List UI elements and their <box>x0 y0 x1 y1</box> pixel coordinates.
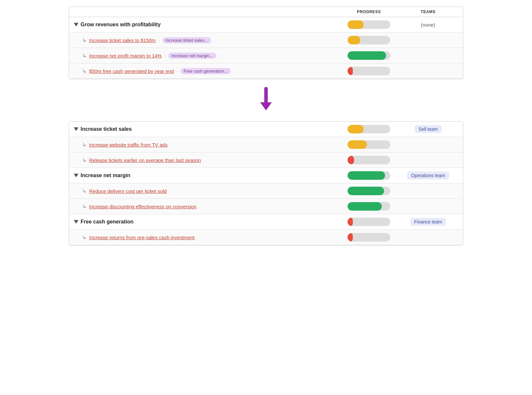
group2-progress-cell <box>339 171 399 180</box>
group2-child-2-row: ↳ Increase discounting effectiveness on … <box>69 199 463 214</box>
top-parent-progress-fill <box>348 20 364 29</box>
top-parent-progress-bar <box>348 20 390 29</box>
top-child-2-fill <box>348 51 386 60</box>
g1-indent-2: ↳ <box>82 157 86 163</box>
top-child-1-progress-bar <box>348 36 390 44</box>
top-child-3-progress-bar <box>348 67 390 75</box>
top-parent-row: Grow revenues with profitability (none) <box>69 17 463 33</box>
g2c2-fill <box>348 202 382 211</box>
group1-child-2-name: ↳ Release tickets earlier on average tha… <box>74 157 339 163</box>
top-child-2-tag: Increase net margin... <box>168 53 216 59</box>
group1-team-cell: Sell team <box>399 125 458 133</box>
top-child-2-name: ↳ Increase net profit margin to 14% · In… <box>74 53 339 59</box>
group2-child-2-link[interactable]: Increase discounting effectiveness on co… <box>89 204 197 209</box>
bullet-3: · <box>177 68 178 74</box>
indent-arrow-1: ↳ <box>82 37 86 43</box>
group2-team-cell: Operations team <box>399 172 458 179</box>
group3-progress-bar <box>348 218 390 226</box>
group2-collapse-toggle[interactable] <box>74 174 79 177</box>
group2-child-1-bar <box>348 187 390 195</box>
g2-indent-2: ↳ <box>82 203 86 210</box>
group1-progress-cell <box>339 125 399 133</box>
group3-child-1-name: ↳ Increase returns from pre-sales cash i… <box>74 234 339 241</box>
group3-fill <box>348 218 353 226</box>
group3-parent-name: Free cash generation <box>74 219 339 225</box>
group1-parent-name: Increase ticket sales <box>74 126 339 132</box>
top-child-1-fill <box>348 36 360 44</box>
top-parent-name: Grow revenues with profitability <box>74 22 339 28</box>
group1-fill <box>348 125 364 133</box>
group1-parent-label: Increase ticket sales <box>81 126 132 132</box>
group3-progress-cell <box>339 218 399 226</box>
bullet-2: · <box>164 53 166 58</box>
top-parent-label: Grow revenues with profitability <box>81 22 161 28</box>
indent-arrow-2: ↳ <box>82 53 86 59</box>
g2-indent-1: ↳ <box>82 188 86 194</box>
progress-column-header: PROGRESS <box>339 10 399 14</box>
group2-child-1-row: ↳ Reduce delivery cost per ticket sold <box>69 183 463 199</box>
group3-team-cell: Finance team <box>399 218 458 226</box>
group1-collapse-toggle[interactable] <box>74 128 79 131</box>
top-child-3-progress-cell <box>339 67 399 75</box>
group2-child-1-progress-cell <box>339 187 399 195</box>
group2-parent-label: Increase net margin <box>81 173 130 178</box>
top-parent-team-none: (none) <box>421 22 435 28</box>
group3-parent-label: Free cash generation <box>81 219 133 225</box>
group3-child-1-row: ↳ Increase returns from pre-sales cash i… <box>69 230 463 245</box>
group1-child-1-bar <box>348 140 390 149</box>
top-child-row-3: ↳ $50m free cash generated by year end ·… <box>69 63 463 79</box>
group3-child-1-link[interactable]: Increase returns from pre-sales cash inv… <box>89 235 195 240</box>
g3c1-fill <box>348 233 353 242</box>
g1c1-fill <box>348 140 367 149</box>
top-child-row-2: ↳ Increase net profit margin to 14% · In… <box>69 48 463 63</box>
group2-team-badge: Operations team <box>407 172 449 179</box>
top-child-3-link[interactable]: $50m free cash generated by year end <box>89 68 174 74</box>
top-parent-progress-cell <box>339 20 399 29</box>
purple-arrow-icon <box>256 87 276 113</box>
top-child-row-1: ↳ Increase ticket sales to $150m · Incre… <box>69 33 463 48</box>
group3-collapse-toggle[interactable] <box>74 220 79 224</box>
g3-indent-1: ↳ <box>82 234 86 241</box>
group2-parent-name: Increase net margin <box>74 173 339 178</box>
group2-parent-row: Increase net margin Operations team <box>69 168 463 183</box>
group1-child-2-row: ↳ Release tickets earlier on average tha… <box>69 152 463 168</box>
top-child-1-tag: Increase ticket sales... <box>162 37 211 43</box>
collapse-toggle[interactable] <box>74 23 79 27</box>
table-header: PROGRESS TEAMS <box>69 7 463 17</box>
group3-parent-row: Free cash generation Finance team <box>69 214 463 230</box>
arrow-section <box>69 79 463 121</box>
group1-progress-bar <box>348 125 390 133</box>
teams-column-header: TEAMS <box>399 10 458 14</box>
top-child-2-progress-cell <box>339 51 399 60</box>
top-child-1-progress-cell <box>339 36 399 44</box>
bullet-1: · <box>158 37 160 43</box>
group3-team-badge: Finance team <box>410 218 446 226</box>
top-child-1-name: ↳ Increase ticket sales to $150m · Incre… <box>74 37 339 43</box>
g1-indent-1: ↳ <box>82 142 86 148</box>
top-parent-team-cell: (none) <box>399 22 458 28</box>
group2-progress-bar <box>348 171 390 180</box>
group1-child-2-link[interactable]: Release tickets earlier on average than … <box>89 157 201 163</box>
top-child-1-link[interactable]: Increase ticket sales to $150m <box>89 37 156 43</box>
g1c2-fill <box>348 156 354 164</box>
group2-fill <box>348 171 385 180</box>
group1-child-1-row: ↳ Increase website traffic from TV ads <box>69 137 463 152</box>
group3-child-1-progress-cell <box>339 233 399 242</box>
group2-child-1-link[interactable]: Reduce delivery cost per ticket sold <box>89 188 167 194</box>
top-child-3-fill <box>348 67 353 75</box>
group2-child-1-name: ↳ Reduce delivery cost per ticket sold <box>74 188 339 194</box>
group2-child-2-progress-cell <box>339 202 399 211</box>
group1-parent-row: Increase ticket sales Sell team <box>69 122 463 137</box>
group1-team-badge: Sell team <box>415 125 442 133</box>
group1-child-2-progress-cell <box>339 156 399 164</box>
top-child-2-progress-bar <box>348 51 390 60</box>
top-child-3-tag: Free cash generation... <box>181 68 231 74</box>
group2-child-2-name: ↳ Increase discounting effectiveness on … <box>74 203 339 210</box>
indent-arrow-3: ↳ <box>82 68 86 74</box>
top-child-3-name: ↳ $50m free cash generated by year end ·… <box>74 68 339 74</box>
group1-child-1-link[interactable]: Increase website traffic from TV ads <box>89 142 168 148</box>
top-child-2-link[interactable]: Increase net profit margin to 14% <box>89 53 162 58</box>
group1-child-1-name: ↳ Increase website traffic from TV ads <box>74 142 339 148</box>
group2-child-2-bar <box>348 202 390 211</box>
group1-child-2-bar <box>348 156 390 164</box>
